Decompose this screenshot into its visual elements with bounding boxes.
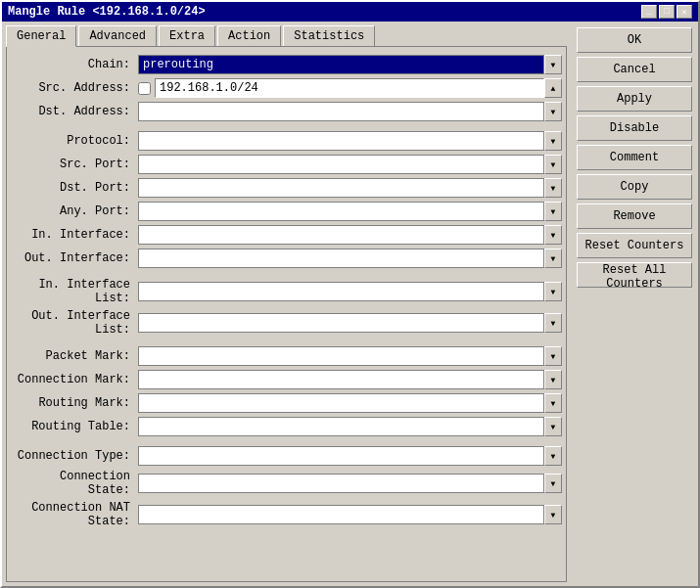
in-interface-dropdown: ▼ [138,225,562,245]
dst-port-input[interactable] [138,178,544,198]
title-bar: Mangle Rule <192.168.1.0/24> _ □ ✕ [2,2,698,22]
src-port-label: Src. Port: [11,158,138,171]
connection-state-row: Connection State: ▼ [11,470,562,497]
comment-button[interactable]: Comment [577,145,692,170]
tab-advanced[interactable]: Advanced [78,25,157,46]
src-address-checkbox[interactable] [138,82,151,95]
connection-nat-state-dropdown-btn[interactable]: ▼ [544,505,562,524]
connection-nat-state-wrap: ▼ [138,505,562,524]
connection-mark-row: Connection Mark: ▼ [11,370,562,389]
out-interface-dropdown-btn[interactable]: ▼ [544,249,562,268]
routing-mark-row: Routing Mark: ▼ [11,393,562,413]
apply-button[interactable]: Apply [577,86,692,112]
reset-counters-button[interactable]: Reset Counters [577,233,692,258]
connection-state-dropdown-btn[interactable]: ▼ [544,474,562,493]
copy-button[interactable]: Copy [577,174,692,200]
dst-address-dropdown-btn[interactable]: ▼ [544,102,562,121]
chain-input[interactable] [138,55,544,74]
connection-mark-input[interactable] [138,370,544,389]
in-interface-list-dropdown: ▼ [138,282,562,301]
any-port-input[interactable] [138,202,544,221]
src-address-input[interactable] [155,78,544,98]
src-address-row: Src. Address: ▲ [11,78,562,98]
window-title: Mangle Rule <192.168.1.0/24> [8,5,206,19]
dst-port-dropdown-btn[interactable]: ▼ [544,178,562,198]
connection-nat-state-input[interactable] [138,505,544,524]
in-interface-list-input[interactable] [138,282,544,301]
maximize-button[interactable]: □ [659,5,675,19]
src-port-dropdown-btn[interactable]: ▼ [544,155,562,174]
tab-bar: General Advanced Extra Action Statistics [2,22,571,46]
connection-type-dropdown-btn[interactable]: ▼ [544,446,562,466]
out-interface-row: Out. Interface: ▼ [11,249,562,268]
connection-mark-dropdown: ▼ [138,370,562,389]
any-port-dropdown-btn[interactable]: ▼ [544,202,562,221]
connection-type-input[interactable] [138,446,544,466]
any-port-dropdown: ▼ [138,202,562,221]
chain-dropdown-btn[interactable]: ▼ [544,55,562,74]
routing-table-input[interactable] [138,417,544,436]
tab-general[interactable]: General [6,25,76,47]
tab-extra[interactable]: Extra [159,25,215,46]
out-interface-list-input[interactable] [138,313,544,333]
in-interface-list-row: In. Interface List: ▼ [11,278,562,305]
dst-port-row: Dst. Port: ▼ [11,178,562,198]
dst-port-wrap: ▼ [138,178,562,198]
cancel-button[interactable]: Cancel [577,57,692,82]
routing-mark-input[interactable] [138,393,544,413]
protocol-dropdown: ▼ [138,131,562,151]
routing-table-dropdown: ▼ [138,417,562,436]
packet-mark-label: Packet Mark: [11,349,138,363]
connection-nat-state-dropdown: ▼ [138,505,562,524]
out-interface-list-dropdown-btn[interactable]: ▼ [544,313,562,333]
out-interface-list-label: Out. Interface List: [11,309,138,337]
in-interface-row: In. Interface: ▼ [11,225,562,245]
tab-statistics[interactable]: Statistics [283,25,375,46]
out-interface-input[interactable] [138,249,544,268]
out-interface-label: Out. Interface: [11,251,138,265]
src-port-input[interactable] [138,155,544,174]
packet-mark-dropdown-btn[interactable]: ▼ [544,346,562,366]
title-bar-buttons: _ □ ✕ [641,5,692,19]
disable-button[interactable]: Disable [577,115,692,141]
protocol-dropdown-btn[interactable]: ▼ [544,131,562,151]
reset-all-counters-button[interactable]: Reset All Counters [577,262,692,288]
chain-input-wrap: ▼ [138,55,562,74]
in-interface-list-dropdown-btn[interactable]: ▼ [544,282,562,301]
connection-mark-label: Connection Mark: [11,373,138,386]
src-address-scroll-btn[interactable]: ▲ [544,78,562,98]
in-interface-list-label: In. Interface List: [11,278,138,305]
dst-address-label: Dst. Address: [11,105,138,118]
close-button[interactable]: ✕ [677,5,692,19]
packet-mark-input[interactable] [138,346,544,366]
any-port-label: Any. Port: [11,204,138,218]
remove-button[interactable]: Remove [577,204,692,229]
packet-mark-row: Packet Mark: ▼ [11,346,562,366]
connection-mark-dropdown-btn[interactable]: ▼ [544,370,562,389]
protocol-row: Protocol: ▼ [11,131,562,151]
minimize-button[interactable]: _ [641,5,657,19]
in-interface-dropdown-btn[interactable]: ▼ [544,225,562,245]
connection-nat-state-label: Connection NAT State: [11,501,138,528]
routing-table-dropdown-btn[interactable]: ▼ [544,417,562,436]
dst-port-label: Dst. Port: [11,181,138,195]
packet-mark-wrap: ▼ [138,346,562,366]
routing-mark-dropdown: ▼ [138,393,562,413]
any-port-wrap: ▼ [138,202,562,221]
tab-action[interactable]: Action [217,25,281,46]
routing-mark-dropdown-btn[interactable]: ▼ [544,393,562,413]
in-interface-list-wrap: ▼ [138,282,562,301]
connection-state-input[interactable] [138,474,544,493]
protocol-input[interactable] [138,131,544,151]
content-area: General Advanced Extra Action Statistics [2,22,698,586]
dst-address-input[interactable] [138,102,544,121]
main-window: Mangle Rule <192.168.1.0/24> _ □ ✕ Gener… [0,0,700,588]
any-port-row: Any. Port: ▼ [11,202,562,221]
in-interface-input[interactable] [138,225,544,245]
dst-address-wrap: ▼ [138,102,562,121]
form-area: Chain: ▼ Src. Address: [6,46,567,582]
ok-button[interactable]: OK [577,27,692,53]
chain-dropdown: ▼ [138,55,562,74]
routing-table-wrap: ▼ [138,417,562,436]
main-panel: General Advanced Extra Action Statistics [2,22,571,586]
